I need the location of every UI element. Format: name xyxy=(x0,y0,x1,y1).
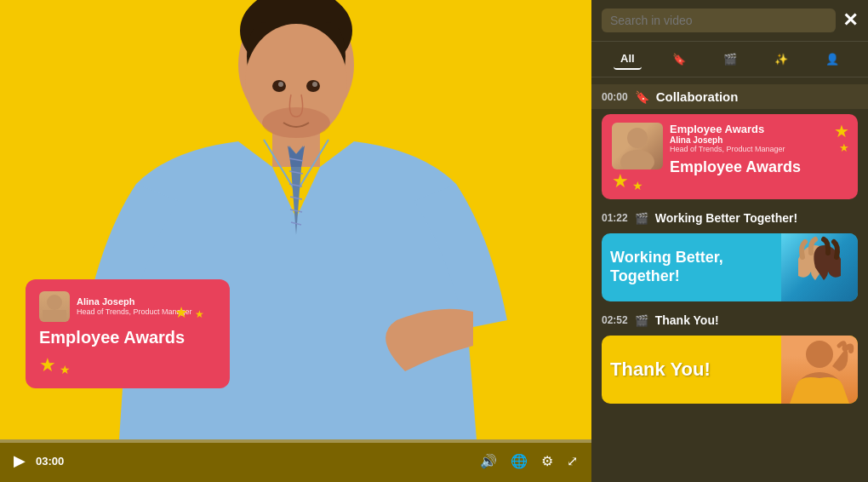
section-icon-3: 🎬 xyxy=(635,314,648,327)
awards-main-title: Employee Awards xyxy=(670,158,848,177)
awards-thumb-bg xyxy=(612,123,663,169)
tab-all[interactable]: All xyxy=(614,49,642,70)
bookmark-icon: 🔖 xyxy=(672,53,686,66)
section-header-working: 01:22 🎬 Working Better Together! xyxy=(591,204,868,228)
person-icon: 👤 xyxy=(825,53,839,66)
tab-bookmark[interactable]: 🔖 xyxy=(665,49,693,69)
search-input-wrap[interactable] xyxy=(602,9,836,32)
star-icon-3: ★ xyxy=(39,354,56,376)
results-list[interactable]: 00:00 🔖 Collaboration xyxy=(591,77,868,482)
working-card-text: Working Better, Together! xyxy=(602,240,781,294)
overlay-award-title: Employee Awards xyxy=(39,327,216,347)
section-header-thankyou: 02:52 🎬 Thank You! xyxy=(591,307,868,330)
tab-person[interactable]: 👤 xyxy=(819,49,846,69)
star-card-4: ★ xyxy=(632,179,643,192)
svg-point-21 xyxy=(620,150,654,169)
section-icon-2: 🎬 xyxy=(635,212,648,225)
thankyou-card: Thank You! xyxy=(602,336,858,404)
progress-bar[interactable] xyxy=(0,439,591,443)
awards-person-role: Head of Trends, Product Manager xyxy=(670,145,848,153)
fullscreen-icon[interactable]: ⤢ xyxy=(567,453,578,469)
settings-icon[interactable]: ⚙ xyxy=(541,453,553,469)
video-controls: ▶ 03:00 🔊 🌐 ⚙ ⤢ xyxy=(0,439,591,482)
search-header: ✕ xyxy=(591,0,868,42)
video-player: Alina Joseph Head of Trends, Product Man… xyxy=(0,0,591,482)
section-header-collaboration: 00:00 🔖 Collaboration xyxy=(591,84,868,109)
section-time-1: 00:00 xyxy=(602,91,628,103)
section-title-2: Working Better Together! xyxy=(655,211,798,225)
awards-card-stars: ★ ★ xyxy=(834,121,849,154)
volume-icon[interactable]: 🔊 xyxy=(480,453,497,469)
result-item-thankyou[interactable]: Thank You! xyxy=(602,336,858,404)
video-background xyxy=(0,0,591,482)
overlay-stars-bottom: ★ ★ xyxy=(39,354,216,376)
svg-point-22 xyxy=(806,341,833,368)
working-card: Working Better, Together! xyxy=(602,233,858,301)
star-card-1: ★ xyxy=(834,121,849,141)
section-time-3: 02:52 xyxy=(602,314,628,326)
awards-card-label: Employee Awards xyxy=(670,123,848,135)
globe-icon[interactable]: 🌐 xyxy=(511,453,528,469)
search-close-button[interactable]: ✕ xyxy=(842,9,858,32)
star-icon-2: ★ xyxy=(195,308,204,320)
working-card-thumb xyxy=(781,233,858,301)
thankyou-person-thumb xyxy=(781,336,858,404)
star-card-3: ★ xyxy=(612,170,629,192)
awards-card-stars-bottom: ★ ★ xyxy=(612,170,643,192)
svg-point-17 xyxy=(47,295,62,310)
effects-icon: ✨ xyxy=(774,53,788,66)
svg-point-15 xyxy=(278,82,283,87)
result-item-awards[interactable]: Employee Awards Alina Joseph Head of Tre… xyxy=(602,114,858,199)
tab-effects[interactable]: ✨ xyxy=(768,49,795,69)
search-panel: ✕ All 🔖 🎬 ✨ 👤 00:00 🔖 Collaboration xyxy=(591,0,868,482)
filter-tabs: All 🔖 🎬 ✨ 👤 xyxy=(591,42,868,77)
thankyou-card-text: Thank You! xyxy=(602,350,781,389)
search-input[interactable] xyxy=(610,14,827,27)
control-icons: 🔊 🌐 ⚙ ⤢ xyxy=(480,453,578,469)
awards-person-name: Alina Joseph xyxy=(670,135,848,145)
time-display: 03:00 xyxy=(36,455,64,468)
tab-all-label: All xyxy=(620,52,635,65)
star-icon-4: ★ xyxy=(60,363,71,376)
awards-info: Employee Awards Alina Joseph Head of Tre… xyxy=(670,123,848,177)
tab-chapter[interactable]: 🎬 xyxy=(717,49,744,69)
thankyou-card-thumb xyxy=(781,336,858,404)
result-item-working[interactable]: Working Better, Together! xyxy=(602,233,858,301)
star-card-2: ★ xyxy=(839,141,849,154)
play-button[interactable]: ▶ xyxy=(14,451,26,470)
overlay-card: Alina Joseph Head of Trends, Product Man… xyxy=(26,279,230,388)
star-icon-1: ★ xyxy=(174,304,188,321)
awards-thumbnail xyxy=(612,123,663,169)
overlay-card-header: Alina Joseph Head of Trends, Product Man… xyxy=(39,291,216,322)
section-bookmark-icon-1: 🔖 xyxy=(635,90,649,104)
svg-point-12 xyxy=(262,107,330,138)
hands-visual xyxy=(781,233,858,301)
overlay-stars: ★ ★ xyxy=(174,303,204,322)
awards-thumb-col xyxy=(612,123,663,169)
svg-point-20 xyxy=(627,128,648,148)
section-time-2: 01:22 xyxy=(602,212,628,224)
chapter-icon: 🎬 xyxy=(723,53,737,66)
awards-card: Employee Awards Alina Joseph Head of Tre… xyxy=(602,114,858,199)
overlay-avatar xyxy=(39,291,70,322)
section-title-3: Thank You! xyxy=(655,313,719,327)
svg-rect-19 xyxy=(43,310,66,322)
svg-point-16 xyxy=(312,82,317,87)
section-title-1: Collaboration xyxy=(656,89,739,104)
